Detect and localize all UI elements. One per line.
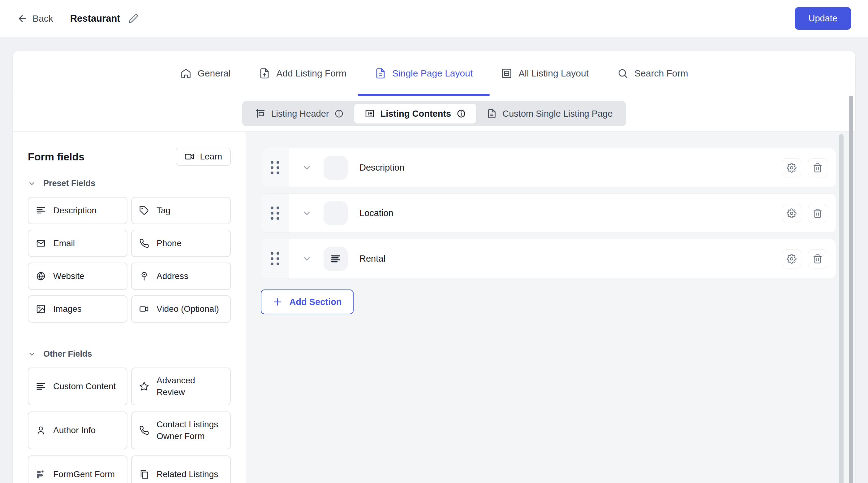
chevron-down-icon[interactable] [302,163,312,173]
phone-icon [139,425,149,435]
form-fields-sidebar: Form fields Learn Preset Fields Descript [13,132,246,483]
field-description[interactable]: Description [28,197,127,224]
field-email[interactable]: Email [28,230,127,257]
section-label: Rental [360,254,385,264]
section-delete-button[interactable] [808,249,827,268]
tab-label: General [198,68,231,79]
preset-fields-toggle[interactable]: Preset Fields [28,179,231,188]
info-icon[interactable] [457,109,466,118]
learn-button[interactable]: Learn [176,148,231,166]
map-pin-icon [139,271,149,281]
tab-single-page-layout[interactable]: Single Page Layout [375,51,473,96]
copy-icon [139,470,149,479]
file-text-icon [375,68,386,79]
field-label: Advanced Review [157,375,223,398]
trash-icon [813,208,823,218]
subtab-listing-contents[interactable]: Listing Contents [354,104,476,123]
file-text-icon [487,109,497,119]
grip-dots-icon [271,252,279,265]
plus-icon [273,297,282,307]
section-icon-placeholder [323,156,348,180]
other-fields-toggle[interactable]: Other Fields [28,349,231,359]
main-tabs: General Add Listing Form Single Page Lay… [13,51,855,96]
field-label: Tag [157,205,170,217]
section-settings-button[interactable] [782,158,801,177]
field-contact-listings-owner-form[interactable]: Contact Listings Owner Form [131,411,231,449]
field-label: Email [53,237,75,249]
tab-label: Add Listing Form [276,68,346,79]
search-icon [617,68,628,79]
tab-add-listing-form[interactable]: Add Listing Form [259,51,346,96]
gear-icon [787,163,797,173]
field-website[interactable]: Website [28,262,127,290]
video-camera-icon [139,304,149,314]
field-advanced-review[interactable]: Advanced Review [131,368,231,405]
home-icon [180,68,191,79]
globe-icon [36,271,46,281]
subtab-custom-single-listing-page[interactable]: Custom Single Listing Page [476,104,623,123]
sidebar-title: Form fields [28,151,85,163]
tab-label: All Listing Layout [519,68,589,79]
section-settings-button[interactable] [782,249,801,268]
section-delete-button[interactable] [808,204,827,223]
section-row-location: Location [261,194,836,233]
field-address[interactable]: Address [131,262,231,290]
edit-title-pencil-icon[interactable] [128,13,138,24]
subtab-band: Listing Header Listing Contents Custom S [13,96,855,132]
phone-icon [139,238,149,248]
group-label: Other Fields [43,349,92,359]
field-author-info[interactable]: Author Info [28,411,127,449]
field-tag[interactable]: Tag [131,197,231,224]
tab-general[interactable]: General [180,51,231,96]
back-button[interactable]: Back [17,13,53,24]
chevron-down-icon[interactable] [302,254,312,264]
field-label: Address [157,270,188,282]
field-images[interactable]: Images [28,295,127,323]
formgent-logo-icon [36,470,46,479]
chevron-down-icon [28,179,36,188]
layout-icon [501,68,512,79]
drag-handle[interactable] [261,148,289,187]
gear-icon [787,208,797,218]
field-related-listings[interactable]: Related Listings [131,455,231,483]
field-phone[interactable]: Phone [131,230,231,257]
content-scrollbar-thumb[interactable] [839,134,843,483]
star-icon [139,381,149,391]
chevron-down-icon [28,350,36,358]
section-delete-button[interactable] [808,158,827,177]
section-settings-button[interactable] [782,204,801,223]
chevron-down-icon[interactable] [302,208,312,218]
tab-search-form[interactable]: Search Form [617,51,688,96]
tab-label: Single Page Layout [392,68,473,79]
drag-handle[interactable] [261,194,289,232]
trash-icon [813,254,823,264]
section-row-rental: Rental [261,239,836,278]
tab-all-listing-layout[interactable]: All Listing Layout [501,51,589,96]
field-label: Author Info [53,425,96,436]
video-camera-icon [184,151,195,162]
section-label: Description [360,163,404,173]
card-scrollbar[interactable] [849,96,853,483]
field-custom-content[interactable]: Custom Content [28,368,127,405]
section-icon-placeholder [323,201,348,225]
add-section-button[interactable]: Add Section [261,289,353,314]
field-label: Custom Content [53,380,116,392]
subtab-listing-header[interactable]: Listing Header [245,104,354,123]
update-button[interactable]: Update [795,7,851,30]
back-arrow-icon [17,13,28,24]
learn-label: Learn [200,152,222,162]
subtab-label: Listing Contents [380,109,451,119]
section-label: Location [360,208,394,218]
add-section-label: Add Section [289,297,342,307]
field-label: Images [53,303,82,315]
other-fields-grid: Custom Content Advanced Review Author In… [28,368,231,483]
align-left-icon [36,381,46,391]
field-video[interactable]: Video (Optional) [131,295,231,323]
drag-handle[interactable] [261,239,289,278]
grip-dots-icon [271,206,279,220]
field-formgent-form[interactable]: FormGent Form [28,455,127,483]
field-label: FormGent Form [53,468,115,480]
preset-fields-grid: Description Tag Email Phone Website [28,197,231,323]
info-icon[interactable] [334,109,344,118]
subtab-pill-group: Listing Header Listing Contents Custom S [242,101,626,126]
